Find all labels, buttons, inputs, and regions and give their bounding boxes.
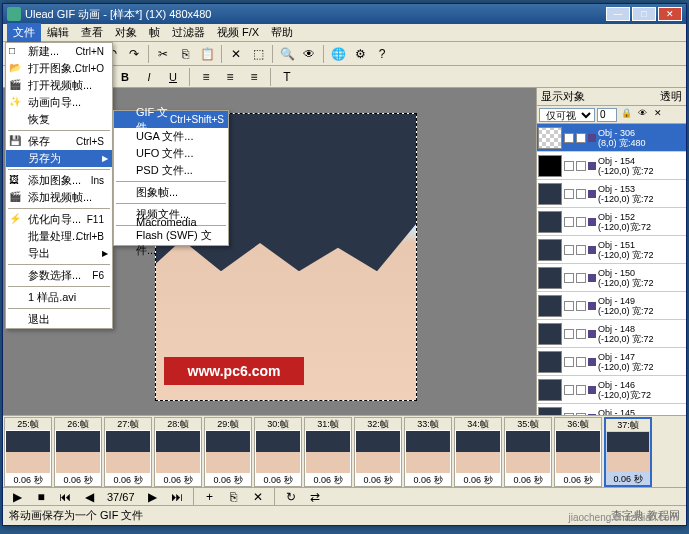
align-left-icon[interactable]: ≡	[196, 67, 216, 87]
menu-view[interactable]: 查看	[75, 23, 109, 42]
copy-icon[interactable]: ⎘	[175, 44, 195, 64]
menu-export[interactable]: 导出▶	[6, 245, 112, 262]
object-checkbox[interactable]	[564, 301, 574, 311]
dup-frame-icon[interactable]: ⎘	[224, 487, 244, 507]
visibility-filter[interactable]: 仅可视的	[539, 108, 595, 122]
object-checkbox[interactable]	[564, 133, 574, 143]
align-center-icon[interactable]: ≡	[220, 67, 240, 87]
timeline-frame[interactable]: 28:帧0.06 秒	[154, 417, 202, 487]
object-item[interactable]: Obj - 153(-120,0) 宽:72	[537, 180, 686, 208]
saveas-uga[interactable]: UGA 文件...	[114, 128, 228, 145]
stop-icon[interactable]: ■	[31, 487, 51, 507]
saveas-gif[interactable]: GIF 文件...Ctrl+Shift+S	[114, 111, 228, 128]
loop-icon[interactable]: ↻	[281, 487, 301, 507]
menu-saveas[interactable]: 另存为▶	[6, 150, 112, 167]
delete-icon[interactable]: ✕	[226, 44, 246, 64]
menu-recover[interactable]: 恢复	[6, 111, 112, 128]
object-checkbox[interactable]	[576, 245, 586, 255]
timeline-frame[interactable]: 33:帧0.06 秒	[404, 417, 452, 487]
menu-edit[interactable]: 编辑	[41, 23, 75, 42]
timeline-frame[interactable]: 29:帧0.06 秒	[204, 417, 252, 487]
menu-optimize[interactable]: ⚡优化向导...F11	[6, 211, 112, 228]
menu-exit[interactable]: 退出	[6, 311, 112, 328]
menu-add-image[interactable]: 🖼添加图象...Ins	[6, 172, 112, 189]
object-checkbox[interactable]	[564, 329, 574, 339]
object-item[interactable]: Obj - 149(-120,0) 宽:72	[537, 292, 686, 320]
menu-object[interactable]: 对象	[109, 23, 143, 42]
timeline-frame[interactable]: 37:帧0.06 秒	[604, 417, 652, 487]
object-checkbox[interactable]	[576, 217, 586, 227]
object-checkbox[interactable]	[576, 189, 586, 199]
menu-filter[interactable]: 过滤器	[166, 23, 211, 42]
menu-file[interactable]: 文件	[7, 23, 41, 42]
menu-save[interactable]: 💾保存Ctrl+S	[6, 133, 112, 150]
object-checkbox[interactable]	[576, 273, 586, 283]
menu-batch[interactable]: 批量处理...Ctrl+B	[6, 228, 112, 245]
object-checkbox[interactable]	[564, 217, 574, 227]
timeline-frame[interactable]: 35:帧0.06 秒	[504, 417, 552, 487]
object-item[interactable]: Obj - 148(-120,0) 宽:72	[537, 320, 686, 348]
object-checkbox[interactable]	[564, 189, 574, 199]
menu-videofx[interactable]: 视频 F/X	[211, 23, 265, 42]
lock-icon[interactable]: 🔒	[619, 108, 633, 122]
object-checkbox[interactable]	[576, 301, 586, 311]
bold-icon[interactable]: B	[115, 67, 135, 87]
object-list[interactable]: Obj - 306(8,0) 宽:480Obj - 154(-120,0) 宽:…	[537, 124, 686, 415]
next-frame-icon[interactable]: ▶	[143, 487, 163, 507]
timeline-frame[interactable]: 34:帧0.06 秒	[454, 417, 502, 487]
cut-icon[interactable]: ✂	[153, 44, 173, 64]
object-item[interactable]: Obj - 152(-120,0)宽:72	[537, 208, 686, 236]
timeline-frame[interactable]: 30:帧0.06 秒	[254, 417, 302, 487]
object-checkbox[interactable]	[576, 329, 586, 339]
help-icon[interactable]: ?	[372, 44, 392, 64]
menu-open-video[interactable]: 🎬打开视频帧...	[6, 77, 112, 94]
del-frame-icon[interactable]: ✕	[248, 487, 268, 507]
timeline-frame[interactable]: 25:帧0.06 秒	[4, 417, 52, 487]
menu-open[interactable]: 📂打开图象...Ctrl+O	[6, 60, 112, 77]
object-item[interactable]: Obj - 306(8,0) 宽:480	[537, 124, 686, 152]
crop-icon[interactable]: ⬚	[248, 44, 268, 64]
object-item[interactable]: Obj - 150(-120,0) 宽:72	[537, 264, 686, 292]
zoom-icon[interactable]: 🔍	[277, 44, 297, 64]
object-checkbox[interactable]	[576, 161, 586, 171]
object-checkbox[interactable]	[564, 245, 574, 255]
first-frame-icon[interactable]: ⏮	[55, 487, 75, 507]
object-checkbox[interactable]	[564, 385, 574, 395]
play-icon[interactable]: ▶	[7, 487, 27, 507]
object-checkbox[interactable]	[564, 161, 574, 171]
object-item[interactable]: Obj - 147(-120,0) 宽:72	[537, 348, 686, 376]
menu-frame[interactable]: 帧	[143, 23, 166, 42]
minimize-button[interactable]: —	[606, 7, 630, 21]
saveas-imgframe[interactable]: 图象帧...	[114, 184, 228, 201]
web-icon[interactable]: 🌐	[328, 44, 348, 64]
object-item[interactable]: Obj - 146(-120,0)宽:72	[537, 376, 686, 404]
object-checkbox[interactable]	[576, 385, 586, 395]
timeline-frame[interactable]: 27:帧0.06 秒	[104, 417, 152, 487]
prev-frame-icon[interactable]: ◀	[79, 487, 99, 507]
menu-wizard[interactable]: ✨动画向导...	[6, 94, 112, 111]
timeline-frame[interactable]: 36:帧0.06 秒	[554, 417, 602, 487]
italic-icon[interactable]: I	[139, 67, 159, 87]
preview-icon[interactable]: 👁	[299, 44, 319, 64]
object-item[interactable]: Obj - 154(-120,0) 宽:72	[537, 152, 686, 180]
timeline-frame[interactable]: 31:帧0.06 秒	[304, 417, 352, 487]
saveas-ufo[interactable]: UFO 文件...	[114, 145, 228, 162]
timeline-frame[interactable]: 26:帧0.06 秒	[54, 417, 102, 487]
timeline-frame[interactable]: 32:帧0.06 秒	[354, 417, 402, 487]
menu-new[interactable]: □新建...Ctrl+N	[6, 43, 112, 60]
saveas-psd[interactable]: PSD 文件...	[114, 162, 228, 179]
object-checkbox[interactable]	[564, 273, 574, 283]
saveas-swf[interactable]: Macromedia Flash (SWF) 文件...	[114, 228, 228, 245]
object-checkbox[interactable]	[564, 357, 574, 367]
settings-icon[interactable]: ⚙	[350, 44, 370, 64]
text-tool-icon[interactable]: T	[277, 67, 297, 87]
redo-icon[interactable]: ↷	[124, 44, 144, 64]
object-checkbox[interactable]	[576, 357, 586, 367]
paste-icon[interactable]: 📋	[197, 44, 217, 64]
timeline[interactable]: 25:帧0.06 秒26:帧0.06 秒27:帧0.06 秒28:帧0.06 秒…	[3, 415, 686, 487]
close-button[interactable]: ✕	[658, 7, 682, 21]
object-item[interactable]: Obj - 145(-120,0)宽:72	[537, 404, 686, 415]
menu-params[interactable]: 参数选择...F6	[6, 267, 112, 284]
align-right-icon[interactable]: ≡	[244, 67, 264, 87]
reverse-icon[interactable]: ⇄	[305, 487, 325, 507]
